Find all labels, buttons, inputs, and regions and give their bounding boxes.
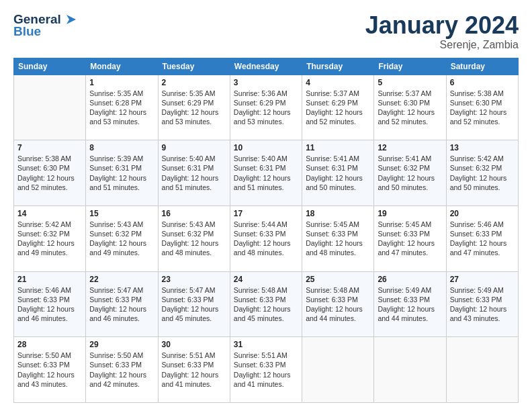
day-info: Sunrise: 5:45 AMSunset: 6:33 PMDaylight:… <box>378 220 442 258</box>
day-info: Sunrise: 5:42 AMSunset: 6:32 PMDaylight:… <box>450 154 515 192</box>
table-row: 3Sunrise: 5:36 AMSunset: 6:29 PMDaylight… <box>230 75 302 140</box>
calendar-week-row: 1Sunrise: 5:35 AMSunset: 6:28 PMDaylight… <box>14 75 519 140</box>
table-row: 12Sunrise: 5:41 AMSunset: 6:32 PMDayligh… <box>374 140 446 206</box>
table-row: 31Sunrise: 5:51 AMSunset: 6:33 PMDayligh… <box>230 337 302 403</box>
day-number: 11 <box>306 143 370 152</box>
day-info: Sunrise: 5:51 AMSunset: 6:33 PMDaylight:… <box>162 351 226 389</box>
day-info: Sunrise: 5:36 AMSunset: 6:29 PMDaylight:… <box>234 89 298 127</box>
day-number: 22 <box>89 275 154 284</box>
table-row: 19Sunrise: 5:45 AMSunset: 6:33 PMDayligh… <box>374 205 446 271</box>
table-row: 28Sunrise: 5:50 AMSunset: 6:33 PMDayligh… <box>14 337 86 403</box>
day-info: Sunrise: 5:48 AMSunset: 6:33 PMDaylight:… <box>234 285 298 324</box>
day-number: 3 <box>234 78 298 87</box>
table-row: 11Sunrise: 5:41 AMSunset: 6:31 PMDayligh… <box>302 140 374 206</box>
day-info: Sunrise: 5:38 AMSunset: 6:30 PMDaylight:… <box>450 89 515 127</box>
day-info: Sunrise: 5:51 AMSunset: 6:33 PMDaylight:… <box>234 351 298 389</box>
day-number: 17 <box>234 209 298 218</box>
day-info: Sunrise: 5:37 AMSunset: 6:29 PMDaylight:… <box>306 89 370 127</box>
col-friday: Friday <box>374 58 446 75</box>
calendar-header-row: Sunday Monday Tuesday Wednesday Thursday… <box>14 58 519 75</box>
table-row: 10Sunrise: 5:40 AMSunset: 6:31 PMDayligh… <box>230 140 302 206</box>
table-row <box>374 337 446 403</box>
day-number: 31 <box>234 340 298 349</box>
day-number: 5 <box>378 78 442 87</box>
table-row: 21Sunrise: 5:46 AMSunset: 6:33 PMDayligh… <box>14 271 86 337</box>
col-tuesday: Tuesday <box>158 58 230 75</box>
page: General Blue January 2024 Serenje, Zambi… <box>0 0 532 411</box>
table-row: 8Sunrise: 5:39 AMSunset: 6:31 PMDaylight… <box>86 140 158 206</box>
table-row: 2Sunrise: 5:35 AMSunset: 6:29 PMDaylight… <box>158 75 230 140</box>
day-info: Sunrise: 5:49 AMSunset: 6:33 PMDaylight:… <box>450 285 515 324</box>
day-info: Sunrise: 5:41 AMSunset: 6:31 PMDaylight:… <box>306 154 370 192</box>
day-info: Sunrise: 5:48 AMSunset: 6:33 PMDaylight:… <box>306 285 370 324</box>
day-number: 23 <box>162 275 226 284</box>
col-monday: Monday <box>86 58 158 75</box>
table-row: 22Sunrise: 5:47 AMSunset: 6:33 PMDayligh… <box>86 271 158 337</box>
day-info: Sunrise: 5:38 AMSunset: 6:30 PMDaylight:… <box>17 154 82 192</box>
logo-blue: Blue <box>13 24 41 39</box>
day-info: Sunrise: 5:47 AMSunset: 6:33 PMDaylight:… <box>162 285 226 324</box>
table-row: 17Sunrise: 5:44 AMSunset: 6:33 PMDayligh… <box>230 205 302 271</box>
table-row: 30Sunrise: 5:51 AMSunset: 6:33 PMDayligh… <box>158 337 230 403</box>
table-row: 14Sunrise: 5:42 AMSunset: 6:32 PMDayligh… <box>14 205 86 271</box>
day-number: 15 <box>89 209 154 218</box>
day-number: 13 <box>450 143 515 152</box>
table-row: 20Sunrise: 5:46 AMSunset: 6:33 PMDayligh… <box>446 205 518 271</box>
day-info: Sunrise: 5:41 AMSunset: 6:32 PMDaylight:… <box>378 154 442 192</box>
col-thursday: Thursday <box>302 58 374 75</box>
col-wednesday: Wednesday <box>230 58 302 75</box>
day-number: 4 <box>306 78 370 87</box>
table-row: 9Sunrise: 5:40 AMSunset: 6:31 PMDaylight… <box>158 140 230 206</box>
day-number: 7 <box>17 143 82 152</box>
day-number: 10 <box>234 143 298 152</box>
calendar-week-row: 21Sunrise: 5:46 AMSunset: 6:33 PMDayligh… <box>14 271 519 337</box>
day-info: Sunrise: 5:50 AMSunset: 6:33 PMDaylight:… <box>17 351 82 389</box>
day-number: 29 <box>89 340 154 349</box>
table-row: 26Sunrise: 5:49 AMSunset: 6:33 PMDayligh… <box>374 271 446 337</box>
day-info: Sunrise: 5:40 AMSunset: 6:31 PMDaylight:… <box>234 154 298 192</box>
table-row: 18Sunrise: 5:45 AMSunset: 6:33 PMDayligh… <box>302 205 374 271</box>
table-row: 16Sunrise: 5:43 AMSunset: 6:32 PMDayligh… <box>158 205 230 271</box>
calendar-week-row: 28Sunrise: 5:50 AMSunset: 6:33 PMDayligh… <box>14 337 519 403</box>
table-row: 25Sunrise: 5:48 AMSunset: 6:33 PMDayligh… <box>302 271 374 337</box>
day-info: Sunrise: 5:50 AMSunset: 6:33 PMDaylight:… <box>89 351 154 389</box>
day-info: Sunrise: 5:45 AMSunset: 6:33 PMDaylight:… <box>306 220 370 258</box>
day-info: Sunrise: 5:49 AMSunset: 6:33 PMDaylight:… <box>378 285 442 324</box>
day-info: Sunrise: 5:46 AMSunset: 6:33 PMDaylight:… <box>17 285 82 324</box>
day-info: Sunrise: 5:39 AMSunset: 6:31 PMDaylight:… <box>89 154 154 192</box>
table-row: 29Sunrise: 5:50 AMSunset: 6:33 PMDayligh… <box>86 337 158 403</box>
calendar-week-row: 7Sunrise: 5:38 AMSunset: 6:30 PMDaylight… <box>14 140 519 206</box>
svg-marker-0 <box>66 15 76 24</box>
table-row <box>14 75 86 140</box>
day-number: 2 <box>162 78 226 87</box>
day-info: Sunrise: 5:35 AMSunset: 6:28 PMDaylight:… <box>89 89 154 127</box>
logo-arrow-icon <box>62 12 77 27</box>
calendar-table: Sunday Monday Tuesday Wednesday Thursday… <box>13 58 519 403</box>
col-sunday: Sunday <box>14 58 86 75</box>
table-row: 13Sunrise: 5:42 AMSunset: 6:32 PMDayligh… <box>446 140 518 206</box>
table-row: 23Sunrise: 5:47 AMSunset: 6:33 PMDayligh… <box>158 271 230 337</box>
calendar-subtitle: Serenje, Zambia <box>365 39 519 51</box>
day-number: 18 <box>306 209 370 218</box>
table-row: 7Sunrise: 5:38 AMSunset: 6:30 PMDaylight… <box>14 140 86 206</box>
title-section: January 2024 Serenje, Zambia <box>365 12 519 51</box>
table-row: 27Sunrise: 5:49 AMSunset: 6:33 PMDayligh… <box>446 271 518 337</box>
day-info: Sunrise: 5:43 AMSunset: 6:32 PMDaylight:… <box>162 220 226 258</box>
day-number: 14 <box>17 209 82 218</box>
day-info: Sunrise: 5:47 AMSunset: 6:33 PMDaylight:… <box>89 285 154 324</box>
table-row: 15Sunrise: 5:43 AMSunset: 6:32 PMDayligh… <box>86 205 158 271</box>
header: General Blue January 2024 Serenje, Zambi… <box>13 12 519 51</box>
day-number: 27 <box>450 275 515 284</box>
day-info: Sunrise: 5:42 AMSunset: 6:32 PMDaylight:… <box>17 220 82 258</box>
day-info: Sunrise: 5:46 AMSunset: 6:33 PMDaylight:… <box>450 220 515 258</box>
day-number: 8 <box>89 143 154 152</box>
day-number: 24 <box>234 275 298 284</box>
day-number: 19 <box>378 209 442 218</box>
table-row: 6Sunrise: 5:38 AMSunset: 6:30 PMDaylight… <box>446 75 518 140</box>
table-row: 4Sunrise: 5:37 AMSunset: 6:29 PMDaylight… <box>302 75 374 140</box>
col-saturday: Saturday <box>446 58 518 75</box>
day-number: 1 <box>89 78 154 87</box>
day-info: Sunrise: 5:37 AMSunset: 6:30 PMDaylight:… <box>378 89 442 127</box>
day-info: Sunrise: 5:40 AMSunset: 6:31 PMDaylight:… <box>162 154 226 192</box>
day-info: Sunrise: 5:44 AMSunset: 6:33 PMDaylight:… <box>234 220 298 258</box>
